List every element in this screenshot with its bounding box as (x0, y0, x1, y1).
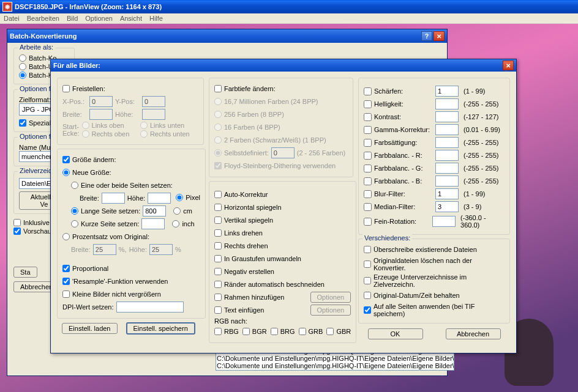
adjust-input-10[interactable] (432, 216, 456, 227)
adjust-range-9: (3 - 9) (464, 203, 481, 210)
both-sides-radio[interactable] (71, 182, 78, 189)
unit-pixel-radio[interactable] (176, 194, 183, 201)
adjust-label-5: Farbbalanc. - R: (374, 152, 433, 159)
adjust-checkbox-1[interactable] (364, 100, 372, 108)
batch-radio-2[interactable] (19, 63, 26, 70)
new-size-radio[interactable] (62, 169, 70, 176)
adjust-input-2[interactable] (435, 111, 459, 122)
hflip-checkbox[interactable] (214, 204, 222, 211)
batch-radio-3[interactable] (19, 72, 26, 79)
rbg-checkbox[interactable] (214, 328, 222, 335)
menu-bearbeiten[interactable]: Bearbeiten (27, 15, 59, 22)
adv-close-button[interactable]: ✕ (503, 61, 514, 70)
adjustments-panel: Schärfen:(1 - 99)Helligkeit:(-255 - 255)… (358, 78, 510, 235)
menu-hilfe[interactable]: Hilfe (149, 15, 163, 22)
all-pages-checkbox[interactable] (364, 306, 371, 314)
adjust-checkbox-8[interactable] (364, 190, 372, 198)
adjust-checkbox-2[interactable] (364, 113, 372, 121)
resize-hoehe-input[interactable] (148, 193, 171, 204)
adjust-input-7[interactable] (435, 176, 459, 187)
load-settings-button[interactable]: Einstell. laden (62, 323, 118, 334)
unit-cm-radio[interactable] (173, 207, 181, 215)
adjust-range-10: (-360.0 - 360.0) (460, 214, 505, 229)
resize-breite-input[interactable] (102, 193, 125, 204)
freistellen-checkbox[interactable] (62, 85, 70, 92)
save-settings-button[interactable]: Einstell. speichern (126, 322, 195, 335)
adjust-checkbox-9[interactable] (364, 203, 372, 211)
adjust-range-7: (-255 - 255) (464, 177, 498, 185)
autocrop-checkbox[interactable] (214, 281, 222, 288)
batch-radio-1[interactable] (19, 54, 26, 62)
adjust-range-8: (1 - 99) (464, 190, 485, 198)
dpi-input[interactable] (116, 301, 184, 312)
adjust-input-8[interactable] (435, 188, 459, 199)
grb-checkbox[interactable] (299, 328, 306, 335)
gbr-checkbox[interactable] (326, 328, 334, 335)
adjust-range-5: (-255 - 255) (464, 152, 498, 159)
frame-checkbox[interactable] (214, 294, 222, 301)
start-button[interactable]: Sta (13, 267, 37, 278)
adjust-checkbox-6[interactable] (364, 165, 372, 172)
adv-titlebar[interactable]: Für alle Bilder: ✕ (51, 59, 516, 72)
resize-checkbox[interactable] (62, 156, 70, 163)
adjust-input-1[interactable] (435, 98, 459, 109)
file-row[interactable]: C:\Dokumente und Einstellungen\mpg.HIGHQ… (217, 355, 453, 362)
short-side-radio[interactable] (71, 220, 78, 227)
negative-checkbox[interactable] (214, 268, 222, 275)
cancel-button[interactable]: Abbrechen (446, 328, 501, 339)
adjust-checkbox-0[interactable] (364, 87, 372, 95)
proportional-checkbox[interactable] (62, 265, 70, 272)
adjust-checkbox-5[interactable] (364, 152, 372, 160)
overwrite-checkbox[interactable] (364, 246, 371, 253)
colordepth-panel: Farbtiefe ändern: 16,7 Millionen Farben … (209, 78, 353, 177)
adjust-input-0[interactable] (435, 86, 459, 97)
batch-titlebar[interactable]: Batch-Konvertierung ? ✕ (7, 29, 447, 43)
adjust-label-1: Helligkeit: (374, 100, 433, 108)
adjust-checkbox-4[interactable] (364, 139, 372, 147)
inklusive-checkbox[interactable] (13, 219, 21, 226)
auto-correct-checkbox[interactable] (214, 191, 222, 198)
rotate-right-checkbox[interactable] (214, 242, 222, 250)
short-side-input[interactable] (141, 218, 165, 229)
ok-button[interactable]: OK (368, 328, 423, 339)
brg-checkbox[interactable] (271, 328, 278, 335)
text-checkbox[interactable] (214, 306, 222, 314)
adjust-checkbox-7[interactable] (364, 177, 372, 185)
create-subdirs-checkbox[interactable] (364, 277, 371, 284)
bgr-checkbox[interactable] (242, 328, 250, 335)
adjust-input-5[interactable] (435, 150, 459, 161)
grayscale-checkbox[interactable] (214, 255, 222, 262)
adjust-input-6[interactable] (435, 163, 459, 174)
file-row[interactable]: C:\Dokumente und Einstellungen\mpg.HIGHQ… (217, 362, 453, 369)
resample-checkbox[interactable] (62, 278, 70, 285)
vorschau-checkbox[interactable] (13, 227, 21, 235)
adjust-input-4[interactable] (435, 137, 459, 148)
menu-optionen[interactable]: Optionen (85, 15, 113, 22)
farbtiefe-checkbox[interactable] (214, 85, 222, 92)
advanced-dialog: Für alle Bilder: ✕ Freistellen: X-Pos.: … (50, 59, 517, 353)
adjust-input-3[interactable] (435, 124, 459, 135)
main-titlebar[interactable]: ❋ DSCF1850.JPG - IrfanView (Zoom: 1164 x… (0, 0, 578, 13)
help-button[interactable]: ? (421, 31, 432, 41)
long-side-radio[interactable] (71, 207, 78, 215)
menu-bild[interactable]: Bild (67, 15, 78, 22)
menu-ansicht[interactable]: Ansicht (120, 15, 142, 22)
no-enlarge-checkbox[interactable] (62, 290, 70, 298)
keep-date-checkbox[interactable] (364, 292, 371, 299)
rotate-left-checkbox[interactable] (214, 229, 222, 237)
adjust-range-2: (-127 - 127) (464, 113, 498, 120)
menubar: Datei Bearbeiten Bild Optionen Ansicht H… (0, 13, 578, 24)
adjust-checkbox-3[interactable] (364, 126, 372, 134)
unit-inch-radio[interactable] (172, 220, 179, 227)
adjust-checkbox-10[interactable] (364, 218, 372, 226)
color-24bpp-radio (214, 98, 222, 105)
delete-original-checkbox[interactable] (364, 261, 371, 268)
percent-radio[interactable] (62, 233, 70, 240)
close-button[interactable]: ✕ (434, 31, 445, 41)
corner-lo-radio (82, 122, 89, 129)
adjust-input-9[interactable] (435, 201, 459, 212)
long-side-input[interactable] (143, 205, 166, 216)
menu-datei[interactable]: Datei (4, 15, 20, 22)
vflip-checkbox[interactable] (214, 216, 222, 224)
spezial-checkbox[interactable] (19, 119, 26, 127)
